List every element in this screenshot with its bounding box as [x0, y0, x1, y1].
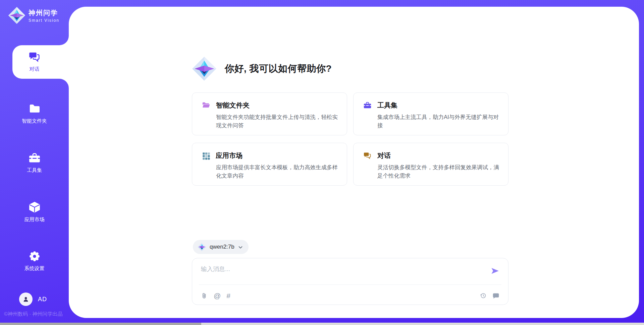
gear-icon	[28, 250, 41, 263]
hash-icon: #	[226, 292, 230, 299]
at-icon: @	[214, 292, 221, 299]
sidebar-item-settings[interactable]: 系统设置	[0, 250, 69, 272]
hashtag-button[interactable]: #	[226, 292, 230, 299]
card-title: 对话	[377, 151, 391, 160]
sidebar-item-label: 智能文件夹	[22, 118, 47, 124]
card-chat[interactable]: 对话 灵活切换多模型文件，支持多样回复效果调试，满足个性化需求	[353, 143, 508, 186]
scrollbar-thumb[interactable]	[0, 323, 201, 325]
chevron-down-icon	[238, 245, 243, 250]
card-description: 应用市场提供丰富长文本模板，助力高效生成多样化文章内容	[216, 163, 338, 180]
chat-bubbles-icon	[28, 50, 41, 64]
card-title: 智能文件夹	[216, 101, 250, 110]
card-toolset[interactable]: 工具集 集成市场上主流工具，助力AI与外界无缝扩展与对接	[353, 92, 508, 135]
main-content-panel: 你好, 我可以如何帮助你? 智能文件夹 智能文件夹功能支持批量文件上传与清洗，轻…	[69, 7, 639, 318]
toolbox-icon	[363, 101, 372, 110]
chat-bubble-icon	[492, 292, 499, 299]
toolbox-icon	[28, 151, 41, 165]
card-description: 集成市场上主流工具，助力AI与外界无缝扩展与对接	[377, 113, 499, 130]
logo-diamond-icon	[8, 7, 25, 24]
card-title: 工具集	[377, 101, 397, 110]
sidebar-item-toolset[interactable]: 工具集	[0, 151, 69, 174]
chat-bubbles-icon	[363, 151, 372, 160]
model-diamond-icon	[198, 243, 206, 251]
brand-subtitle: Smart Vision	[29, 18, 59, 23]
grid-icon	[202, 151, 210, 160]
horizontal-scrollbar	[0, 323, 644, 325]
message-composer: @ #	[192, 258, 508, 305]
feature-cards: 智能文件夹 智能文件夹功能支持批量文件上传与清洗，轻松实现文件问答 工具集 集成…	[192, 92, 508, 186]
card-smart-folder[interactable]: 智能文件夹 智能文件夹功能支持批量文件上传与清洗，轻松实现文件问答	[192, 92, 347, 135]
card-description: 智能文件夹功能支持批量文件上传与清洗，轻松实现文件问答	[216, 113, 338, 130]
send-button[interactable]	[490, 266, 499, 275]
send-plane-icon	[490, 266, 499, 275]
message-input[interactable]	[201, 265, 469, 282]
cube-icon	[28, 201, 41, 214]
sidebar-item-label: 对话	[30, 66, 40, 72]
brand-name: 神州问学	[29, 8, 59, 17]
model-selector[interactable]: qwen2:7b	[193, 240, 249, 254]
mention-button[interactable]: @	[214, 292, 221, 299]
sidebar-item-label: 系统设置	[24, 265, 45, 272]
sidebar-item-app-market[interactable]: 应用市场	[0, 201, 69, 223]
greeting-text: 你好, 我可以如何帮助你?	[225, 62, 332, 75]
sidebar-item-label: 应用市场	[24, 216, 45, 223]
folder-icon	[28, 102, 41, 116]
app-logo: 神州问学 Smart Vision	[8, 7, 59, 24]
attach-button[interactable]	[201, 292, 208, 299]
avatar	[19, 292, 33, 306]
user-account[interactable]: AD	[19, 292, 47, 306]
sidebar-item-smart-folder[interactable]: 智能文件夹	[0, 102, 69, 124]
folder-icon	[202, 101, 211, 110]
conversation-button[interactable]	[492, 292, 499, 299]
sidebar-item-chat[interactable]: 对话	[0, 50, 69, 72]
card-app-market[interactable]: 应用市场 应用市场提供丰富长文本模板，助力高效生成多样化文章内容	[192, 143, 347, 186]
user-initials: AD	[38, 296, 47, 303]
copyright-text: ©神州数码 · 神州问学出品	[4, 311, 71, 317]
history-clock-icon	[480, 292, 487, 299]
paperclip-icon	[201, 292, 208, 299]
card-description: 灵活切换多模型文件，支持多样回复效果调试，满足个性化需求	[377, 163, 499, 180]
brand-diamond-icon	[192, 56, 217, 81]
sidebar-item-label: 工具集	[27, 167, 42, 174]
history-button[interactable]	[480, 292, 487, 299]
composer-divider	[199, 284, 501, 285]
card-title: 应用市场	[216, 151, 243, 160]
greeting-row: 你好, 我可以如何帮助你?	[192, 56, 332, 81]
model-name: qwen2:7b	[210, 244, 234, 250]
